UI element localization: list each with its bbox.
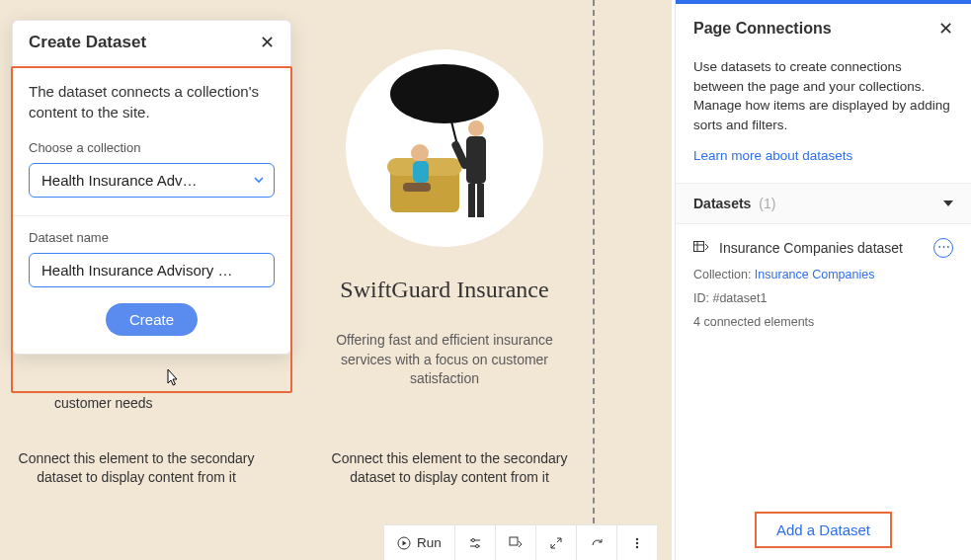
learn-more-link[interactable]: Learn more about datasets [676,148,971,183]
collection-select[interactable]: Health Insurance Adv… [29,163,275,198]
illustration-icon [346,49,543,247]
svg-rect-10 [477,184,484,217]
svg-point-18 [471,538,474,541]
modal-title: Create Dataset [29,33,146,52]
dataset-connected-count: 4 connected elements [693,315,953,329]
dataset-icon [693,241,709,255]
dataset-item: Insurance Companies dataset ⋯ Collection… [676,224,971,339]
add-dataset-button[interactable]: Add a Dataset [755,512,892,548]
svg-point-23 [636,537,638,539]
panel-description: Use datasets to create connections betwe… [676,53,971,148]
connect-placeholder-left: Connect this element to the secondary da… [18,449,255,487]
sliders-icon [468,536,482,550]
svg-rect-9 [468,184,475,217]
datasets-section-title: Datasets [693,196,751,211]
vertical-divider [593,0,595,523]
bind-icon [509,536,523,550]
dataset-collection: Collection: Insurance Companies [693,268,953,281]
dataset-more-button[interactable]: ⋯ [933,238,953,258]
more-vertical-icon [630,536,644,550]
datasets-count: (1) [759,196,775,211]
panel-close-icon[interactable]: ✕ [938,20,953,38]
svg-rect-5 [413,161,429,183]
datasets-section-header[interactable]: Datasets (1) [676,183,971,224]
svg-rect-6 [403,183,431,192]
expand-icon [549,536,563,550]
redo-icon [590,536,604,550]
svg-rect-8 [466,136,486,184]
connect-placeholder-right: Connect this element to the secondary da… [331,449,568,487]
svg-point-4 [411,144,429,162]
collection-label: Choose a collection [29,140,275,155]
expand-button[interactable] [536,525,577,560]
svg-line-22 [557,538,561,542]
svg-point-19 [475,544,478,547]
page-connections-panel: Page Connections ✕ Use datasets to creat… [675,0,971,560]
create-dataset-modal: Create Dataset ✕ The dataset connects a … [12,20,291,355]
panel-title: Page Connections [693,20,832,38]
left-card-text-fragment: customer needs [54,395,153,411]
svg-rect-20 [510,537,518,545]
collection-link[interactable]: Insurance Companies [755,268,875,281]
play-icon [397,536,411,550]
modal-subtext: The dataset connects a collection's cont… [13,64,290,140]
dataset-id: ID: #dataset1 [693,291,953,305]
settings-button[interactable] [455,525,496,560]
svg-line-21 [551,544,555,548]
company-card: SwiftGuard Insurance Offering fast and e… [301,49,588,389]
redo-button[interactable] [577,525,617,560]
company-image [346,49,543,247]
connect-button[interactable] [496,525,536,560]
editor-toolbar: Run [383,524,658,560]
chevron-down-icon [943,200,953,206]
more-button[interactable] [617,525,657,560]
company-name: SwiftGuard Insurance [301,277,588,303]
run-button[interactable]: Run [384,525,455,560]
create-button[interactable]: Create [106,303,198,336]
svg-point-24 [636,541,638,543]
dataset-name-input[interactable] [29,253,275,287]
close-icon[interactable]: ✕ [260,34,275,51]
svg-point-7 [468,120,484,136]
dataset-name-label: Dataset name [29,230,275,245]
company-description: Offering fast and efficient insurance se… [301,331,588,389]
svg-point-25 [636,545,638,547]
svg-rect-12 [694,242,704,252]
dataset-name-text: Insurance Companies dataset [719,240,903,256]
